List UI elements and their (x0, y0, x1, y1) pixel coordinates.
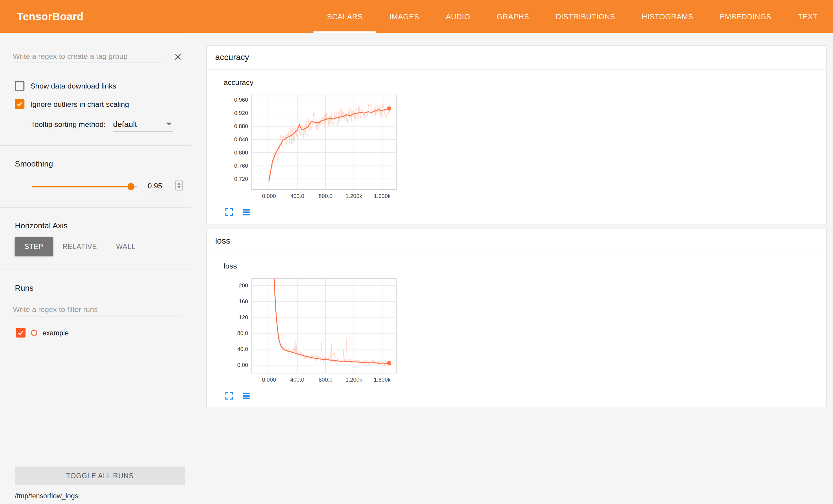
divider (0, 207, 191, 208)
svg-text:200: 200 (239, 282, 248, 288)
svg-text:1.200k: 1.200k (346, 377, 362, 383)
svg-text:0.960: 0.960 (234, 97, 248, 103)
tab-images[interactable]: IMAGES (376, 0, 432, 33)
axis-relative-button[interactable]: RELATIVE (53, 237, 106, 256)
horizontal-axis-buttons: STEP RELATIVE WALL (15, 237, 191, 256)
tab-distributions[interactable]: DISTRIBUTIONS (542, 0, 628, 33)
svg-text:0.800: 0.800 (234, 149, 248, 156)
runs-label: Runs (15, 283, 191, 293)
tag-filter-input[interactable] (13, 50, 165, 63)
svg-text:120: 120 (239, 314, 248, 320)
tag-group-title-loss[interactable]: loss (207, 229, 826, 253)
tab-text[interactable]: TEXT (785, 0, 831, 33)
axis-wall-button[interactable]: WALL (106, 237, 145, 256)
smoothing-label: Smoothing (15, 159, 191, 168)
accuracy-line-chart[interactable]: 0.7200.7600.8000.8400.8800.9200.9600.000… (224, 91, 402, 203)
smoothing-stepper[interactable] (175, 180, 183, 191)
checkbox-unchecked-icon[interactable] (15, 81, 25, 91)
svg-text:0.760: 0.760 (234, 162, 248, 169)
svg-text:40.0: 40.0 (237, 346, 248, 352)
tab-embeddings[interactable]: EMBEDDINGS (707, 0, 785, 33)
svg-text:1.600k: 1.600k (374, 193, 391, 199)
smoothing-slider-knob[interactable] (128, 183, 135, 190)
run-color-swatch[interactable] (31, 330, 37, 336)
tooltip-sorting-dropdown[interactable]: default (113, 119, 173, 132)
divider (0, 270, 191, 270)
chart-title-loss: loss (224, 261, 826, 270)
show-download-links-checkbox-row[interactable]: Show data download links (15, 81, 183, 91)
run-selector-bars-icon[interactable] (242, 391, 251, 400)
nav-tabs: SCALARS IMAGES AUDIO GRAPHS DISTRIBUTION… (314, 0, 833, 33)
tensorboard-app: TensorBoard SCALARS IMAGES AUDIO GRAPHS … (0, 0, 833, 504)
horizontal-axis-label: Horizontal Axis (15, 221, 191, 230)
loss-line-chart[interactable]: 0.0040.080.01201602000.000400.0800.01.20… (224, 275, 402, 387)
tag-group-card-loss: loss loss 0.0040.080.01201602000.000400.… (206, 229, 826, 408)
chevron-down-icon (166, 123, 171, 125)
app-title: TensorBoard (17, 10, 84, 23)
tab-graphs[interactable]: GRAPHS (483, 0, 542, 33)
run-selector-bars-icon[interactable] (242, 208, 251, 217)
settings-sidebar: Show data download links Ignore outliers… (0, 33, 191, 504)
svg-text:80.0: 80.0 (237, 330, 248, 336)
stepper-down-icon[interactable] (177, 186, 181, 188)
dashboard-main: accuracy accuracy 0.7200.7600.8000.8400.… (191, 33, 833, 504)
tag-group-card-accuracy: accuracy accuracy 0.7200.7600.8000.8400.… (206, 45, 826, 224)
tab-audio[interactable]: AUDIO (432, 0, 483, 33)
stepper-up-icon[interactable] (177, 183, 181, 185)
checkbox-checked-icon[interactable] (15, 99, 25, 109)
svg-text:0.840: 0.840 (234, 136, 248, 143)
tab-histograms[interactable]: HISTOGRAMS (628, 0, 707, 33)
ignore-outliers-label: Ignore outliers in chart scaling (30, 100, 129, 108)
ignore-outliers-checkbox-row[interactable]: Ignore outliers in chart scaling (15, 99, 183, 109)
runs-filter-input[interactable] (13, 303, 183, 316)
run-name-label: example (43, 329, 69, 337)
svg-text:800.0: 800.0 (318, 377, 332, 383)
show-download-links-label: Show data download links (30, 82, 116, 90)
toggle-all-runs-button[interactable]: TOGGLE ALL RUNS (15, 467, 185, 485)
smoothing-slider[interactable] (32, 186, 137, 187)
run-list-item[interactable]: example (16, 328, 183, 337)
svg-text:0.720: 0.720 (234, 176, 248, 182)
svg-text:0.920: 0.920 (234, 110, 248, 116)
clear-tag-filter-icon[interactable] (173, 52, 183, 61)
svg-text:0.00: 0.00 (237, 362, 248, 368)
svg-text:800.0: 800.0 (318, 193, 332, 199)
chart-title-accuracy: accuracy (224, 78, 826, 86)
divider (0, 146, 191, 146)
app-header: TensorBoard SCALARS IMAGES AUDIO GRAPHS … (0, 0, 833, 33)
svg-text:400.0: 400.0 (290, 377, 304, 383)
svg-text:1.200k: 1.200k (346, 193, 362, 199)
svg-text:1.600k: 1.600k (374, 377, 391, 383)
log-directory-path: /tmp/tensorflow_logs (15, 492, 191, 500)
run-checkbox-icon[interactable] (16, 328, 26, 337)
tooltip-sorting-value: default (113, 119, 137, 128)
axis-step-button[interactable]: STEP (15, 237, 53, 256)
svg-text:160: 160 (239, 298, 248, 304)
expand-chart-icon[interactable] (224, 391, 234, 400)
svg-text:0.000: 0.000 (262, 193, 276, 199)
expand-chart-icon[interactable] (224, 208, 234, 217)
svg-text:0.880: 0.880 (234, 123, 248, 129)
tag-group-title-accuracy[interactable]: accuracy (207, 46, 826, 70)
svg-text:400.0: 400.0 (290, 193, 304, 199)
tab-scalars[interactable]: SCALARS (314, 0, 376, 33)
tooltip-sorting-label: Tooltip sorting method: (31, 120, 106, 128)
smoothing-value-input[interactable] (148, 181, 168, 190)
svg-text:0.000: 0.000 (262, 377, 276, 383)
